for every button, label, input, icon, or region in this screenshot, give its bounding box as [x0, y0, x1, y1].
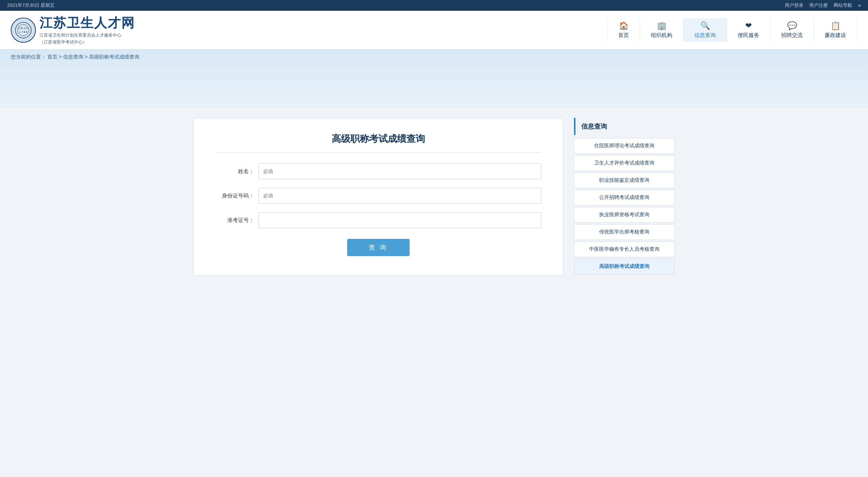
subtitle1: 江苏省卫生和计划生育委员会人才服务中心	[39, 32, 135, 39]
breadcrumb-current: 高级职称考试成绩查询	[89, 54, 139, 60]
nav-item-0[interactable]: 🏠首页	[607, 18, 640, 42]
top-bar: 2021年7月30日 星期五 用户登录 用户注册 网站导航 ≡	[0, 0, 868, 11]
form-label: 准考证号：	[215, 217, 258, 224]
menu-icon[interactable]: ≡	[858, 3, 861, 8]
sidebar-items: 住院医师理论考试成绩查询卫生人才评价考试成绩查询职业技能鉴定成绩查询公开招聘考试…	[574, 138, 675, 274]
nav-icon-5: 📋	[831, 21, 840, 31]
sidebar-item-3[interactable]: 公开招聘考试成绩查询	[574, 190, 675, 205]
subtitle2: （江苏省医学考试中心）	[39, 39, 135, 46]
breadcrumb-prefix: 您当前的位置：	[11, 54, 46, 60]
logo-text: 江苏卫生人才网 江苏省卫生和计划生育委员会人才服务中心 （江苏省医学考试中心）	[39, 14, 135, 46]
sidebar-item-2[interactable]: 职业技能鉴定成绩查询	[574, 172, 675, 188]
breadcrumb-area: 您当前的位置： 首页 > 信息查询 > 高级职称考试成绩查询	[0, 50, 868, 107]
sidebar-item-4[interactable]: 执业医师资格考试查询	[574, 207, 675, 223]
nav-item-2[interactable]: 🔍信息查询	[683, 18, 727, 42]
nav-item-5[interactable]: 📋廉政建设	[814, 18, 857, 42]
sidebar: 信息查询 住院医师理论考试成绩查询卫生人才评价考试成绩查询职业技能鉴定成绩查询公…	[574, 118, 675, 276]
id-input[interactable]	[258, 188, 541, 204]
site-title: 江苏卫生人才网	[39, 14, 135, 32]
exam-number-input[interactable]	[258, 212, 541, 228]
form-group: 姓名：	[215, 163, 541, 179]
svg-point-1	[18, 24, 29, 36]
query-button[interactable]: 查 询	[347, 239, 409, 256]
nav-label-4: 招聘交流	[781, 32, 803, 39]
form-section: 高级职称考试成绩查询 姓名：身份证号码：准考证号： 查 询	[193, 118, 563, 276]
nav-label-1: 组织机构	[651, 32, 672, 39]
breadcrumb-home[interactable]: 首页	[47, 54, 57, 60]
nav-icon-3: ❤	[745, 21, 752, 31]
logo-icon: 江苏卫生 人才服务	[11, 18, 36, 43]
form-label: 身份证号码：	[215, 193, 258, 199]
breadcrumb: 您当前的位置： 首页 > 信息查询 > 高级职称考试成绩查询	[11, 54, 139, 60]
top-bar-right: 用户登录 用户注册 网站导航 ≡	[785, 2, 861, 9]
form-group: 准考证号：	[215, 212, 541, 228]
header: 江苏卫生 人才服务 江苏卫生人才网 江苏省卫生和计划生育委员会人才服务中心 （江…	[0, 11, 868, 50]
nav-label-0: 首页	[618, 32, 629, 39]
main-content: 高级职称考试成绩查询 姓名：身份证号码：准考证号： 查 询 信息查询 住院医师理…	[183, 107, 685, 287]
sidebar-item-5[interactable]: 传统医学出师考核查询	[574, 224, 675, 240]
nav-label-3: 便民服务	[738, 32, 759, 39]
nav-icon-4: 💬	[787, 21, 797, 31]
nav-item-3[interactable]: ❤便民服务	[727, 18, 770, 42]
sidebar-item-0[interactable]: 住院医师理论考试成绩查询	[574, 138, 675, 154]
site-nav-link[interactable]: 网站导航	[834, 2, 852, 9]
nav-label-5: 廉政建设	[825, 32, 846, 39]
sidebar-item-6[interactable]: 中医医学确有专长人员考核查询	[574, 241, 675, 257]
nav-item-4[interactable]: 💬招聘交流	[770, 18, 814, 42]
main-nav: 🏠首页🏢组织机构🔍信息查询❤便民服务💬招聘交流📋廉政建设	[135, 18, 857, 42]
nav-icon-1: 🏢	[657, 21, 667, 31]
logo-area: 江苏卫生 人才服务 江苏卫生人才网 江苏省卫生和计划生育委员会人才服务中心 （江…	[11, 14, 135, 46]
login-link[interactable]: 用户登录	[785, 2, 803, 9]
breadcrumb-info[interactable]: 信息查询	[63, 54, 83, 60]
svg-text:人才服务: 人才服务	[19, 31, 28, 33]
sidebar-item-7[interactable]: 高级职称考试成绩查询	[574, 259, 675, 274]
nav-icon-0: 🏠	[619, 21, 629, 31]
form-fields: 姓名：身份证号码：准考证号：	[215, 163, 541, 228]
form-title: 高级职称考试成绩查询	[215, 133, 541, 153]
nav-label-2: 信息查询	[694, 32, 716, 39]
nav-item-1[interactable]: 🏢组织机构	[640, 18, 683, 42]
sidebar-title: 信息查询	[574, 118, 675, 135]
name-input[interactable]	[258, 163, 541, 179]
date-display: 2021年7月30日 星期五	[7, 2, 55, 9]
svg-text:江苏卫生: 江苏卫生	[18, 27, 28, 29]
nav-icon-2: 🔍	[700, 21, 710, 31]
svg-point-0	[15, 22, 31, 38]
register-link[interactable]: 用户注册	[809, 2, 828, 9]
form-label: 姓名：	[215, 168, 258, 175]
form-group: 身份证号码：	[215, 188, 541, 204]
sidebar-item-1[interactable]: 卫生人才评价考试成绩查询	[574, 155, 675, 171]
